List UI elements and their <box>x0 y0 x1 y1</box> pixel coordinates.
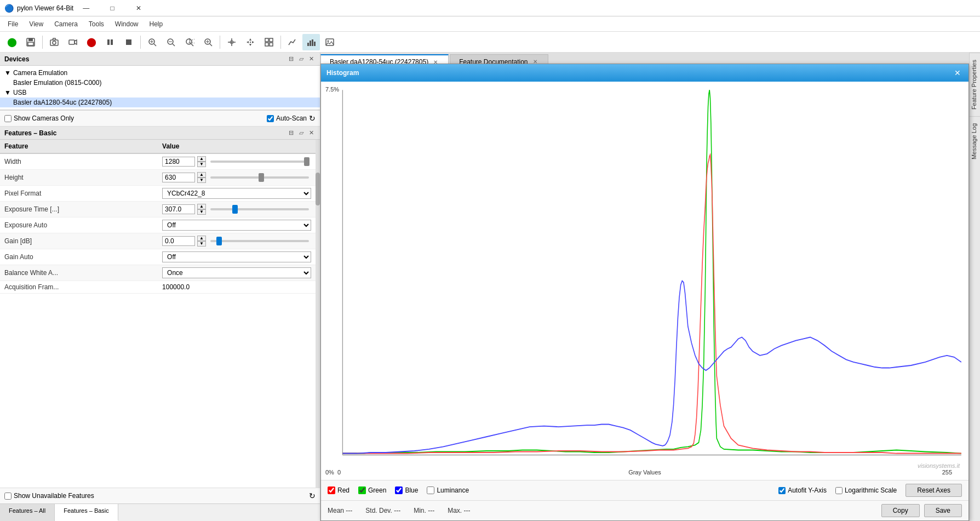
tree-item-camera-emulation[interactable]: ▼ Camera Emulation <box>0 68 320 78</box>
feature-name-gain-auto: Gain Auto <box>0 249 158 265</box>
tab-features-all[interactable]: Features – All <box>0 504 55 521</box>
height-down[interactable]: ▼ <box>197 178 206 183</box>
exposure-auto-select[interactable]: Off <box>162 220 311 231</box>
camera-video-button[interactable] <box>64 34 82 50</box>
camera-photo-button[interactable] <box>45 34 63 50</box>
menu-tools[interactable]: Tools <box>83 18 110 30</box>
pixel-format-select[interactable]: YCbCr422_8 <box>162 188 311 199</box>
tree-label-usb: USB <box>13 89 27 96</box>
show-cameras-checkbox[interactable] <box>4 115 12 122</box>
features-refresh-button[interactable]: ↻ <box>309 491 316 500</box>
zoom-in-button[interactable] <box>199 34 217 50</box>
tab-features-basic[interactable]: Features – Basic <box>55 504 118 521</box>
red-checkbox[interactable] <box>328 486 335 494</box>
gain-input[interactable] <box>162 236 195 246</box>
save-button[interactable] <box>22 34 39 50</box>
exposure-time-input[interactable] <box>162 204 195 214</box>
height-input[interactable] <box>162 173 195 182</box>
gain-up[interactable]: ▲ <box>197 236 206 241</box>
menu-window[interactable]: Window <box>110 18 144 30</box>
devices-float-button[interactable]: ▱ <box>297 55 305 63</box>
table-row: Exposure Auto Off <box>0 217 316 233</box>
autofit-y-checkbox[interactable] <box>778 487 786 494</box>
move-button[interactable] <box>242 34 259 50</box>
svg-marker-30 <box>252 41 254 43</box>
tree-item-basler-emulation[interactable]: Basler Emulation (0815-C000) <box>0 78 320 88</box>
gain-down[interactable]: ▼ <box>197 241 206 247</box>
blue-channel-group: Blue <box>395 486 418 494</box>
autoscan-checkbox[interactable] <box>267 115 274 122</box>
tree-label-basler-emulation: Basler Emulation (0815-C000) <box>13 79 101 87</box>
feature-name-gain: Gain [dB] <box>0 233 158 249</box>
gain-auto-select[interactable]: Off <box>162 251 311 262</box>
width-input[interactable] <box>162 157 195 167</box>
menu-help[interactable]: Help <box>144 18 169 30</box>
chart-line-button[interactable] <box>284 34 301 50</box>
show-unavailable-checkbox[interactable] <box>4 493 12 500</box>
svg-marker-6 <box>74 40 77 44</box>
show-cameras-label[interactable]: Show Cameras Only <box>4 114 74 122</box>
tree-item-basler-daa1280[interactable]: Basler daA1280-54uc (22427805) <box>0 98 320 107</box>
menu-camera[interactable]: Camera <box>49 18 83 30</box>
zoom-100-button[interactable]: 1:1 <box>181 34 198 50</box>
show-unavailable-label[interactable]: Show Unavailable Features <box>4 492 94 500</box>
scroll-thumb[interactable] <box>316 173 320 205</box>
feature-value-balance-white: Once <box>158 265 316 281</box>
vertical-scrollbar[interactable] <box>316 140 320 488</box>
features-title: Features – Basic <box>4 129 56 137</box>
width-up[interactable]: ▲ <box>197 156 206 162</box>
devices-close-button[interactable]: ✕ <box>307 55 316 63</box>
reset-axes-button[interactable]: Reset Axes <box>906 484 962 497</box>
toolbar: ⬤ ⬤ 1:1 <box>0 32 980 53</box>
close-button[interactable]: ✕ <box>126 0 151 16</box>
features-header: Features – Basic ⊟ ▱ ✕ <box>0 127 320 140</box>
save-button[interactable]: Save <box>924 504 962 517</box>
stats-right: Copy Save <box>881 504 962 517</box>
record-stop-button[interactable] <box>120 34 137 50</box>
crosshair-button[interactable] <box>223 34 240 50</box>
blue-checkbox[interactable] <box>395 486 403 494</box>
zoom-fit-button[interactable] <box>144 34 161 50</box>
height-up[interactable]: ▲ <box>197 172 206 178</box>
exposure-down[interactable]: ▼ <box>197 209 206 215</box>
green-label: Green <box>368 486 386 494</box>
histogram-close-button[interactable]: ✕ <box>952 67 963 78</box>
min-stat: Min. --- <box>414 507 434 514</box>
record-pause-button[interactable] <box>101 34 119 50</box>
svg-rect-33 <box>270 38 273 42</box>
side-tab-message-log[interactable]: Message Log <box>970 116 980 166</box>
side-tab-feature-properties[interactable]: Feature Properties <box>970 53 980 116</box>
width-down[interactable]: ▼ <box>197 162 206 167</box>
svg-rect-8 <box>111 39 113 45</box>
green-checkbox[interactable] <box>358 486 366 494</box>
devices-pin-button[interactable]: ⊟ <box>287 55 295 63</box>
svg-text:1:1: 1:1 <box>188 37 194 45</box>
logarithmic-scale-checkbox[interactable] <box>835 487 843 494</box>
grid-button[interactable] <box>260 34 278 50</box>
image-button[interactable] <box>321 34 339 50</box>
power-button[interactable]: ⬤ <box>3 34 21 50</box>
devices-title: Devices <box>4 55 29 63</box>
histogram-button[interactable] <box>302 34 320 50</box>
feature-value-pixel-format: YCbCr422_8 <box>158 186 316 202</box>
luminance-checkbox[interactable] <box>427 486 434 494</box>
maximize-button[interactable]: □ <box>100 0 125 16</box>
feature-name-exposure-time: Exposure Time [...] <box>0 202 158 217</box>
copy-button[interactable]: Copy <box>881 504 920 517</box>
exposure-up[interactable]: ▲ <box>197 204 206 209</box>
menu-view[interactable]: View <box>24 18 49 30</box>
zoom-out-button[interactable] <box>162 34 180 50</box>
minimize-button[interactable]: — <box>73 0 99 16</box>
x-axis-center-label: Gray Values <box>628 469 661 476</box>
menu-file[interactable]: File <box>2 18 24 30</box>
record-start-button[interactable]: ⬤ <box>83 34 100 50</box>
tree-item-usb[interactable]: ▼ USB <box>0 88 320 98</box>
toolbar-separator-2 <box>140 36 141 49</box>
features-close-button[interactable]: ✕ <box>307 129 316 137</box>
refresh-button[interactable]: ↻ <box>309 114 316 123</box>
features-pin-button[interactable]: ⊟ <box>287 129 295 137</box>
balance-white-select[interactable]: Once <box>162 267 311 278</box>
features-float-button[interactable]: ▱ <box>297 129 305 137</box>
std-dev-stat: Std. Dev. --- <box>365 507 400 514</box>
right-panel: Basler daA1280-54uc (22427805) ✕ Feature… <box>320 53 980 521</box>
